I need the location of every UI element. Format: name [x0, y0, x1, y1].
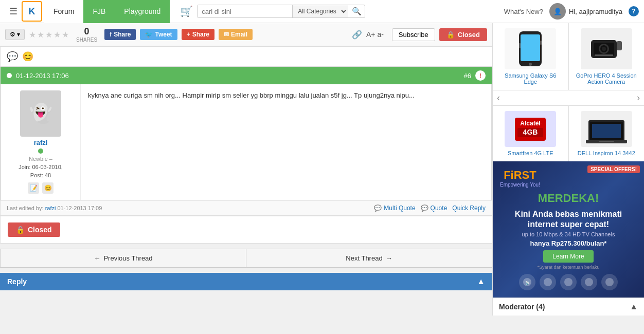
share-twitter-button[interactable]: 🐦 Tweet [140, 29, 177, 40]
ad-special-badge: SPECIAL OFFERS! [587, 165, 640, 173]
post-6-number: #6 [464, 72, 471, 80]
product-gopro[interactable]: GoPro HERO 4 Session Action Camera [569, 23, 645, 90]
partner-logo-5 [601, 274, 618, 290]
prev-post-icons: 💬 😊 [0, 46, 492, 66]
multi-quote-icon: 💬 [374, 205, 382, 212]
closed-bar-button[interactable]: 🔒 Closed [8, 222, 60, 237]
settings-arrow-icon: ▾ [17, 31, 20, 38]
author-name-link[interactable]: rafzi [34, 139, 48, 146]
main-nav: Forum FJB Playground [44, 0, 170, 23]
shares-label: SHARES [76, 37, 97, 43]
header: ☰ K Forum FJB Playground 🛒 All Categorie… [0, 0, 644, 23]
search-button[interactable]: 🔍 [348, 5, 365, 17]
svg-rect-3 [540, 41, 542, 45]
author-join-date: Join: 06-03-2010, [19, 164, 63, 170]
avatar[interactable]: 👤 [549, 3, 566, 20]
author-rank: Newbie – [29, 156, 52, 162]
post-6-text: kyknya ane curiga sm nih org... Hampir m… [88, 90, 484, 101]
post-alert-button[interactable]: ! [475, 70, 486, 81]
rating-stars[interactable]: ★★★★★ [29, 30, 69, 40]
font-decrease-button[interactable]: a- [377, 30, 383, 39]
sidebar-next-arrow[interactable]: › [637, 92, 640, 103]
partner-logo-1: 📡 [519, 274, 535, 290]
content-area: ⚙ ▾ ★★★★★ 0 SHARES f Share 🐦 Tweet + Sha… [0, 23, 492, 316]
svg-rect-2 [519, 43, 521, 48]
partner-logo-3 [560, 274, 577, 290]
menu-button[interactable]: ☰ [5, 6, 22, 17]
samsung-product-name: Samsung Galaxy S6 Edge [498, 72, 563, 85]
sidebar-nav-arrows: ‹ › [493, 90, 644, 106]
next-thread-button[interactable]: Next Thread → [246, 249, 492, 268]
toolbar-bar: ⚙ ▾ ★★★★★ 0 SHARES f Share 🐦 Tweet + Sha… [0, 23, 492, 46]
ad-logo: FiRST [500, 169, 540, 182]
nav-item-fjb[interactable]: FJB [83, 0, 115, 23]
share-facebook-button[interactable]: f Share [104, 29, 136, 40]
lock-icon: 🔒 [446, 31, 455, 39]
share-googleplus-button[interactable]: + Share [182, 29, 214, 40]
post-dot [7, 73, 12, 78]
moderator-expand-button[interactable]: ▲ [630, 302, 638, 311]
thread-navigation: ← Previous Thread Next Thread → [0, 249, 492, 268]
twitter-icon: 🐦 [145, 31, 153, 38]
ad-headline2: Kini Anda bebas menikmati internet super… [500, 209, 637, 229]
svg-point-27 [605, 278, 614, 286]
user-greeting[interactable]: Hi, aajipramuditya [569, 8, 622, 15]
svg-text:LTE: LTE [534, 120, 542, 124]
search-input[interactable] [198, 5, 292, 17]
author-action-icons: 📝 😊 [28, 182, 53, 194]
facebook-icon: f [110, 31, 112, 38]
ad-description: up to 10 Mbps & 34 HD TV Channels [500, 231, 637, 237]
lock-closed-icon: 🔒 [16, 226, 25, 234]
share-email-button[interactable]: ✉ Email [219, 29, 253, 40]
svg-point-9 [602, 47, 606, 51]
ad-learn-more-button[interactable]: Learn More [543, 250, 593, 263]
help-button[interactable]: ? [629, 6, 639, 16]
next-arrow-icon: → [386, 254, 392, 262]
author-avatar: 👻 [20, 90, 61, 137]
search-icon: 🔍 [352, 7, 362, 15]
user-area: 👤 Hi, aajipramuditya [549, 3, 622, 20]
product-samsung[interactable]: Samsung Galaxy S6 Edge [493, 23, 568, 90]
sidebar-ad: FiRST Empowering You! SPECIAL OFFERS! ME… [493, 161, 644, 298]
author-icon-smiley[interactable]: 😊 [42, 182, 53, 194]
editor-name-link[interactable]: rafzi [45, 205, 56, 211]
cart-icon[interactable]: 🛒 [180, 5, 193, 17]
subscribe-button[interactable]: Subscribe [392, 28, 435, 41]
settings-button[interactable]: ⚙ ▾ [5, 29, 25, 40]
sidebar-prev-arrow[interactable]: ‹ [497, 92, 500, 103]
font-increase-button[interactable]: A+ [366, 30, 375, 39]
search-category-select[interactable]: All Categories [292, 5, 348, 17]
svg-point-4 [529, 63, 532, 66]
post-6-wrapper: 01-12-2013 17:06 #6 ! 👻 rafzi Newbie – J… [0, 66, 492, 216]
product-dell[interactable]: DELL Inspiron 14 3442 [569, 106, 645, 161]
svg-rect-11 [595, 54, 613, 56]
link-icon[interactable]: 🔗 [352, 30, 362, 40]
nav-item-forum[interactable]: Forum [44, 0, 83, 23]
reply-expand-button[interactable]: ▲ [477, 277, 485, 286]
author-icon-blog[interactable]: 📝 [28, 182, 39, 194]
svg-text:4GB: 4GB [523, 128, 538, 136]
reply-label: Reply [7, 277, 27, 286]
search-input-wrap: All Categories 🔍 [197, 5, 365, 18]
prev-arrow-icon: ← [94, 254, 100, 262]
moderator-section: Moderator (4) ▲ [493, 298, 644, 316]
product-smartfren[interactable]: Alcatel 4GB LTE Smartfren 4G LTE [493, 106, 568, 161]
closed-bar: 🔒 Closed [0, 216, 492, 244]
prev-post-icon1[interactable]: 💬 [7, 51, 18, 62]
previous-thread-button[interactable]: ← Previous Thread [0, 249, 246, 268]
quick-reply-button[interactable]: Quick Reply [452, 205, 486, 212]
site-logo[interactable]: K [22, 1, 42, 22]
quote-icon: 💬 [421, 205, 428, 212]
closed-button[interactable]: 🔒 Closed [439, 28, 487, 41]
partner-logo-4 [581, 274, 597, 290]
quote-button[interactable]: 💬 Quote [421, 205, 448, 212]
whats-new-link[interactable]: What's New? [504, 8, 543, 15]
prev-post-icon2[interactable]: 😊 [22, 51, 33, 62]
svg-point-24 [544, 278, 552, 286]
email-icon: ✉ [224, 31, 229, 38]
googleplus-icon: + [187, 31, 190, 38]
svg-point-25 [564, 278, 573, 286]
dell-svg [586, 115, 627, 143]
multi-quote-button[interactable]: 💬 Multi Quote [374, 205, 415, 212]
nav-item-playground[interactable]: Playground [115, 0, 170, 23]
